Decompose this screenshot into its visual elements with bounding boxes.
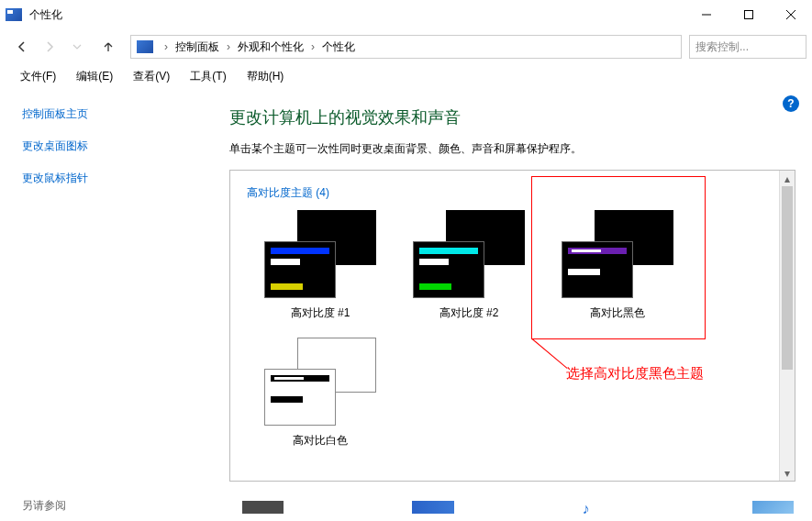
- back-button[interactable]: [9, 34, 35, 60]
- close-button[interactable]: [770, 1, 812, 28]
- address-icon: [137, 40, 153, 53]
- theme-thumbnail: [562, 210, 673, 298]
- theme-high-contrast-2[interactable]: 高对比度 #2: [410, 210, 528, 321]
- forward-button[interactable]: [37, 34, 62, 60]
- theme-label: 高对比度 #1: [291, 305, 350, 321]
- content: 控制面板主页 更改桌面图标 更改鼠标指针 另请参阅 更改计算机上的视觉效果和声音…: [0, 90, 812, 521]
- maximize-button[interactable]: [728, 1, 770, 28]
- search-input[interactable]: 搜索控制...: [689, 35, 806, 59]
- bottom-thumb-strip: [242, 501, 794, 517]
- chevron-right-icon: ›: [161, 40, 172, 53]
- see-also-label: 另请参阅: [22, 498, 66, 514]
- sidebar-link-mouse-pointer[interactable]: 更改鼠标指针: [22, 171, 193, 186]
- menubar: 文件(F) 编辑(E) 查看(V) 工具(T) 帮助(H): [0, 64, 812, 88]
- color-thumb[interactable]: [412, 501, 453, 514]
- theme-thumbnail: [413, 210, 525, 298]
- menu-edit[interactable]: 编辑(E): [67, 66, 122, 87]
- navbar: › 控制面板 › 外观和个性化 › 个性化 搜索控制...: [0, 29, 812, 64]
- breadcrumb-seg[interactable]: 个性化: [322, 39, 355, 55]
- sidebar-link-home[interactable]: 控制面板主页: [22, 106, 193, 122]
- theme-label: 高对比白色: [293, 433, 348, 449]
- main-panel: 更改计算机上的视觉效果和声音 单击某个主题可一次性同时更改桌面背景、颜色、声音和…: [202, 90, 812, 521]
- theme-thumbnail: [264, 210, 376, 298]
- menu-help[interactable]: 帮助(H): [238, 66, 294, 87]
- chevron-right-icon: ›: [223, 40, 234, 53]
- theme-label: 高对比度 #2: [439, 305, 499, 321]
- sidebar-link-desktop-icons[interactable]: 更改桌面图标: [22, 139, 193, 154]
- theme-high-contrast-1[interactable]: 高对比度 #1: [261, 210, 379, 321]
- theme-high-contrast-black[interactable]: 高对比黑色: [559, 210, 676, 321]
- menu-tools[interactable]: 工具(T): [181, 66, 235, 87]
- search-placeholder: 搜索控制...: [695, 39, 749, 55]
- menu-file[interactable]: 文件(F): [11, 66, 65, 87]
- titlebar: 个性化: [0, 0, 812, 29]
- themes-row: 高对比度 #1 高对比度 #2: [245, 210, 780, 449]
- minimize-button[interactable]: [685, 1, 728, 28]
- screensaver-thumb[interactable]: [752, 501, 794, 514]
- chevron-right-icon: ›: [307, 40, 318, 53]
- theme-thumbnail: [264, 338, 376, 426]
- address-bar[interactable]: › 控制面板 › 外观和个性化 › 个性化: [130, 35, 682, 59]
- scroll-up-icon[interactable]: ▴: [780, 171, 795, 186]
- window-preview: [264, 241, 336, 298]
- window-controls: [685, 1, 812, 28]
- scrollbar[interactable]: ▴ ▾: [779, 171, 795, 481]
- theme-label: 高对比黑色: [590, 305, 645, 321]
- themes-panel: 高对比度主题 (4) 高对比度 #1: [229, 170, 795, 482]
- section-header-high-contrast[interactable]: 高对比度主题 (4): [245, 180, 780, 210]
- annotation-text: 选择高对比度黑色主题: [566, 365, 704, 382]
- up-button[interactable]: [95, 34, 121, 60]
- recent-dropdown[interactable]: [64, 34, 90, 60]
- breadcrumb-seg[interactable]: 控制面板: [175, 39, 219, 55]
- scroll-thumb[interactable]: [782, 186, 793, 370]
- sidebar: 控制面板主页 更改桌面图标 更改鼠标指针 另请参阅: [0, 90, 202, 521]
- page-heading: 更改计算机上的视觉效果和声音: [229, 106, 795, 128]
- scroll-down-icon[interactable]: ▾: [780, 465, 795, 481]
- sound-thumb[interactable]: [583, 501, 624, 514]
- page-subtitle: 单击某个主题可一次性同时更改桌面背景、颜色、声音和屏幕保护程序。: [229, 141, 795, 157]
- theme-high-contrast-white[interactable]: 高对比白色: [261, 338, 379, 449]
- desktop-background-thumb[interactable]: [242, 501, 284, 514]
- app-icon: [6, 8, 22, 21]
- window-preview: [562, 241, 633, 298]
- window-title: 个性化: [29, 7, 62, 23]
- svg-rect-1: [745, 11, 753, 19]
- breadcrumb-seg[interactable]: 外观和个性化: [238, 39, 304, 55]
- window-preview: [264, 369, 336, 426]
- menu-view[interactable]: 查看(V): [124, 66, 179, 87]
- window-preview: [413, 241, 484, 298]
